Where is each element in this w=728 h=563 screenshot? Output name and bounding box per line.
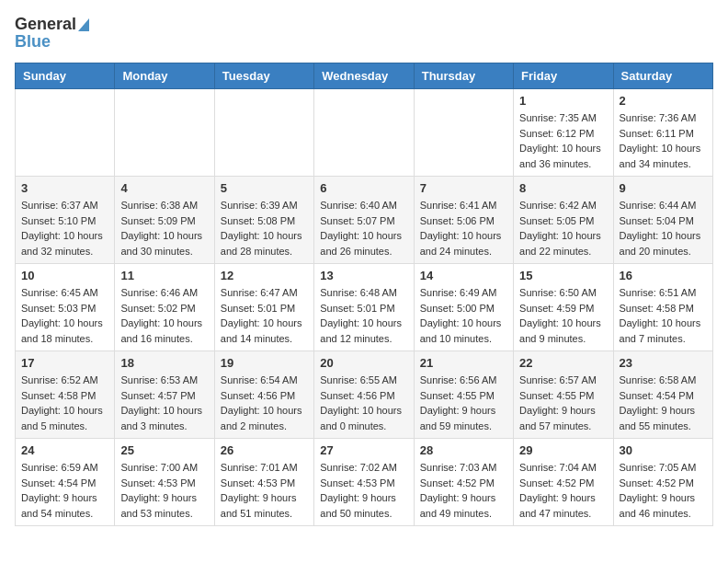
column-header-wednesday: Wednesday	[314, 63, 414, 89]
cell-content: Sunrise: 6:53 AM Sunset: 4:57 PM Dayligh…	[120, 373, 208, 433]
cell-content: Sunrise: 6:38 AM Sunset: 5:09 PM Dayligh…	[120, 198, 208, 259]
column-header-monday: Monday	[115, 63, 214, 89]
calendar-cell: 2Sunrise: 7:36 AM Sunset: 6:11 PM Daylig…	[613, 89, 712, 177]
cell-content: Sunrise: 6:54 AM Sunset: 4:56 PM Dayligh…	[221, 373, 308, 433]
day-number: 23	[620, 356, 707, 370]
calendar-cell: 14Sunrise: 6:49 AM Sunset: 5:00 PM Dayli…	[414, 264, 513, 351]
cell-content: Sunrise: 6:44 AM Sunset: 5:04 PM Dayligh…	[620, 198, 707, 259]
calendar-cell	[214, 89, 313, 177]
cell-content: Sunrise: 6:59 AM Sunset: 4:54 PM Dayligh…	[21, 460, 108, 521]
calendar-week-row: 10Sunrise: 6:45 AM Sunset: 5:03 PM Dayli…	[16, 264, 713, 351]
calendar-week-row: 3Sunrise: 6:37 AM Sunset: 5:10 PM Daylig…	[16, 177, 713, 264]
day-number: 26	[221, 443, 308, 457]
calendar-cell: 23Sunrise: 6:58 AM Sunset: 4:54 PM Dayli…	[613, 351, 712, 439]
calendar-cell: 22Sunrise: 6:57 AM Sunset: 4:55 PM Dayli…	[514, 351, 613, 439]
cell-content: Sunrise: 6:46 AM Sunset: 5:02 PM Dayligh…	[120, 285, 208, 346]
logo-general: General	[15, 15, 76, 34]
calendar-cell: 21Sunrise: 6:56 AM Sunset: 4:55 PM Dayli…	[414, 351, 513, 439]
cell-content: Sunrise: 6:57 AM Sunset: 4:55 PM Dayligh…	[519, 373, 607, 433]
cell-content: Sunrise: 7:02 AM Sunset: 4:53 PM Dayligh…	[320, 460, 407, 521]
cell-content: Sunrise: 6:45 AM Sunset: 5:03 PM Dayligh…	[21, 285, 108, 346]
cell-content: Sunrise: 6:47 AM Sunset: 5:01 PM Dayligh…	[221, 285, 308, 346]
cell-content: Sunrise: 6:40 AM Sunset: 5:07 PM Dayligh…	[320, 198, 407, 259]
calendar-cell: 25Sunrise: 7:00 AM Sunset: 4:53 PM Dayli…	[115, 439, 214, 526]
cell-content: Sunrise: 6:49 AM Sunset: 5:00 PM Dayligh…	[420, 285, 507, 346]
calendar-cell: 15Sunrise: 6:50 AM Sunset: 4:59 PM Dayli…	[514, 264, 613, 351]
day-number: 19	[221, 356, 308, 370]
calendar-cell: 30Sunrise: 7:05 AM Sunset: 4:52 PM Dayli…	[613, 439, 712, 526]
calendar-cell: 11Sunrise: 6:46 AM Sunset: 5:02 PM Dayli…	[115, 264, 214, 351]
cell-content: Sunrise: 7:03 AM Sunset: 4:52 PM Dayligh…	[420, 460, 507, 521]
cell-content: Sunrise: 6:42 AM Sunset: 5:05 PM Dayligh…	[519, 198, 607, 259]
calendar-cell: 7Sunrise: 6:41 AM Sunset: 5:06 PM Daylig…	[414, 177, 513, 264]
calendar-cell: 28Sunrise: 7:03 AM Sunset: 4:52 PM Dayli…	[414, 439, 513, 526]
cell-content: Sunrise: 7:04 AM Sunset: 4:52 PM Dayligh…	[519, 460, 607, 521]
calendar-cell: 27Sunrise: 7:02 AM Sunset: 4:53 PM Dayli…	[314, 439, 414, 526]
calendar-cell: 18Sunrise: 6:53 AM Sunset: 4:57 PM Dayli…	[115, 351, 214, 439]
column-header-friday: Friday	[514, 63, 613, 89]
calendar-cell: 19Sunrise: 6:54 AM Sunset: 4:56 PM Dayli…	[214, 351, 313, 439]
cell-content: Sunrise: 6:51 AM Sunset: 4:58 PM Dayligh…	[620, 285, 707, 346]
calendar-cell: 13Sunrise: 6:48 AM Sunset: 5:01 PM Dayli…	[314, 264, 414, 351]
cell-content: Sunrise: 7:35 AM Sunset: 6:12 PM Dayligh…	[519, 110, 607, 171]
calendar-cell: 8Sunrise: 6:42 AM Sunset: 5:05 PM Daylig…	[514, 177, 613, 264]
day-number: 12	[221, 269, 308, 282]
calendar-cell: 5Sunrise: 6:39 AM Sunset: 5:08 PM Daylig…	[214, 177, 313, 264]
calendar-cell: 3Sunrise: 6:37 AM Sunset: 5:10 PM Daylig…	[16, 177, 115, 264]
calendar-cell: 6Sunrise: 6:40 AM Sunset: 5:07 PM Daylig…	[314, 177, 414, 264]
day-number: 28	[420, 443, 507, 457]
cell-content: Sunrise: 6:37 AM Sunset: 5:10 PM Dayligh…	[21, 198, 108, 259]
column-header-saturday: Saturday	[613, 63, 712, 89]
day-number: 14	[420, 269, 507, 282]
column-header-sunday: Sunday	[16, 63, 115, 89]
calendar-cell	[16, 89, 115, 177]
cell-content: Sunrise: 6:48 AM Sunset: 5:01 PM Dayligh…	[320, 285, 407, 346]
cell-content: Sunrise: 6:52 AM Sunset: 4:58 PM Dayligh…	[21, 373, 108, 433]
calendar-cell	[115, 89, 214, 177]
day-number: 25	[120, 443, 208, 457]
calendar-cell: 16Sunrise: 6:51 AM Sunset: 4:58 PM Dayli…	[613, 264, 712, 351]
calendar-cell: 1Sunrise: 7:35 AM Sunset: 6:12 PM Daylig…	[514, 89, 613, 177]
day-number: 5	[221, 181, 308, 195]
cell-content: Sunrise: 7:00 AM Sunset: 4:53 PM Dayligh…	[120, 460, 208, 521]
cell-content: Sunrise: 6:41 AM Sunset: 5:06 PM Dayligh…	[420, 198, 507, 259]
calendar-week-row: 1Sunrise: 7:35 AM Sunset: 6:12 PM Daylig…	[16, 89, 713, 177]
logo-triangle-icon	[78, 18, 89, 31]
calendar-cell: 24Sunrise: 6:59 AM Sunset: 4:54 PM Dayli…	[16, 439, 115, 526]
calendar-week-row: 17Sunrise: 6:52 AM Sunset: 4:58 PM Dayli…	[16, 351, 713, 439]
cell-content: Sunrise: 7:36 AM Sunset: 6:11 PM Dayligh…	[620, 110, 707, 171]
day-number: 9	[620, 181, 707, 195]
calendar-cell: 17Sunrise: 6:52 AM Sunset: 4:58 PM Dayli…	[16, 351, 115, 439]
cell-content: Sunrise: 6:58 AM Sunset: 4:54 PM Dayligh…	[620, 373, 707, 433]
calendar-header-row: SundayMondayTuesdayWednesdayThursdayFrid…	[16, 63, 713, 89]
day-number: 3	[21, 181, 108, 195]
calendar-cell: 12Sunrise: 6:47 AM Sunset: 5:01 PM Dayli…	[214, 264, 313, 351]
cell-content: Sunrise: 6:55 AM Sunset: 4:56 PM Dayligh…	[320, 373, 407, 433]
day-number: 8	[519, 181, 607, 195]
day-number: 24	[21, 443, 108, 457]
calendar-cell: 4Sunrise: 6:38 AM Sunset: 5:09 PM Daylig…	[115, 177, 214, 264]
calendar-week-row: 24Sunrise: 6:59 AM Sunset: 4:54 PM Dayli…	[16, 439, 713, 526]
calendar-cell	[314, 89, 414, 177]
day-number: 22	[519, 356, 607, 370]
calendar-cell: 26Sunrise: 7:01 AM Sunset: 4:53 PM Dayli…	[214, 439, 313, 526]
day-number: 20	[320, 356, 407, 370]
day-number: 21	[420, 356, 507, 370]
day-number: 29	[519, 443, 607, 457]
cell-content: Sunrise: 6:50 AM Sunset: 4:59 PM Dayligh…	[519, 285, 607, 346]
page-header: General Blue	[15, 15, 713, 52]
calendar-cell: 9Sunrise: 6:44 AM Sunset: 5:04 PM Daylig…	[613, 177, 712, 264]
day-number: 11	[120, 269, 208, 282]
day-number: 16	[620, 269, 707, 282]
day-number: 13	[320, 269, 407, 282]
logo-blue: Blue	[15, 32, 51, 52]
calendar-cell: 20Sunrise: 6:55 AM Sunset: 4:56 PM Dayli…	[314, 351, 414, 439]
day-number: 2	[620, 94, 707, 108]
column-header-tuesday: Tuesday	[214, 63, 313, 89]
day-number: 30	[620, 443, 707, 457]
day-number: 1	[519, 94, 607, 108]
calendar-cell: 29Sunrise: 7:04 AM Sunset: 4:52 PM Dayli…	[514, 439, 613, 526]
cell-content: Sunrise: 6:56 AM Sunset: 4:55 PM Dayligh…	[420, 373, 507, 433]
calendar-table: SundayMondayTuesdayWednesdayThursdayFrid…	[15, 63, 713, 526]
day-number: 10	[21, 269, 108, 282]
